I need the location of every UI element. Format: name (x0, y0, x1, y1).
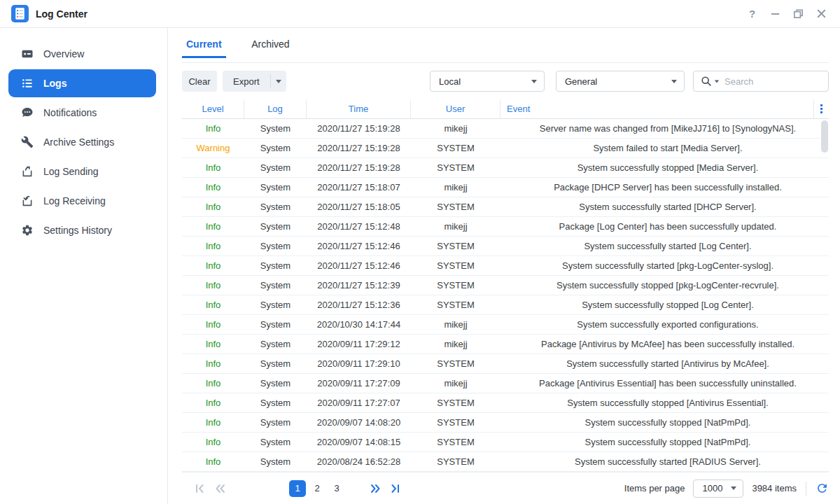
table-row[interactable]: Info System 2020/11/27 15:19:28 SYSTEM S… (182, 158, 829, 178)
page-numbers: 1 2 3 (289, 480, 345, 497)
table-row[interactable]: Info System 2020/08/24 16:52:28 SYSTEM S… (182, 452, 829, 472)
table-row[interactable]: Info System 2020/11/27 15:19:28 mikejj S… (182, 119, 829, 139)
export-button[interactable]: Export (223, 71, 270, 92)
page-button-2[interactable]: 2 (309, 480, 326, 497)
search-icon[interactable] (701, 76, 712, 87)
log-time: 2020/11/27 15:19:28 (307, 119, 411, 138)
table-row[interactable]: Info System 2020/09/11 17:27:07 SYSTEM S… (182, 393, 829, 413)
log-user: SYSTEM (411, 295, 500, 314)
first-page-icon[interactable] (194, 482, 206, 494)
log-user: SYSTEM (411, 452, 500, 471)
page-button-1[interactable]: 1 (289, 480, 306, 497)
tab-current[interactable]: Current (182, 38, 226, 58)
restore-icon[interactable] (792, 8, 804, 20)
table-body: Info System 2020/11/27 15:19:28 mikejj S… (182, 119, 829, 472)
table-row[interactable]: Warning System 2020/11/27 15:19:28 SYSTE… (182, 139, 829, 158)
table-row[interactable]: Info System 2020/11/27 15:12:46 SYSTEM S… (182, 237, 829, 256)
search-input[interactable] (724, 76, 822, 87)
log-category-select[interactable]: General (556, 71, 685, 92)
sidebar-item-notifications[interactable]: Notifications (8, 99, 156, 127)
tab-archived[interactable]: Archived (247, 38, 293, 58)
toolbar: Clear Export Local General (182, 63, 829, 99)
log-type: System (244, 158, 307, 177)
close-icon[interactable] (816, 8, 827, 20)
help-icon[interactable]: ? (746, 8, 758, 20)
log-type: System (244, 335, 307, 354)
column-header-level[interactable]: Level (182, 99, 244, 118)
log-time: 2020/11/27 15:12:46 (307, 237, 411, 255)
table-row[interactable]: Info System 2020/09/11 17:29:10 SYSTEM S… (182, 354, 829, 374)
log-user: SYSTEM (411, 276, 500, 295)
sidebar-item-logs[interactable]: Logs (8, 69, 156, 97)
next-page-icon[interactable] (369, 482, 381, 494)
log-type: System (244, 197, 307, 216)
column-header-time[interactable]: Time (307, 99, 411, 118)
log-user: mikejj (411, 119, 500, 138)
log-level: Info (182, 374, 244, 393)
log-level: Warning (182, 139, 244, 158)
table-row[interactable]: Info System 2020/11/27 15:12:46 SYSTEM S… (182, 256, 829, 276)
page-button-3[interactable]: 3 (328, 480, 345, 497)
log-level: Info (182, 354, 244, 373)
log-event: System successfully stopped [Media Serve… (500, 158, 829, 177)
table-row[interactable]: Info System 2020/11/27 15:18:05 SYSTEM S… (182, 197, 829, 217)
sidebar-item-log-receiving[interactable]: Log Receiving (8, 187, 156, 215)
log-time: 2020/11/27 15:18:05 (307, 197, 411, 216)
log-level: Info (182, 237, 244, 255)
sidebar-item-overview[interactable]: Overview (8, 40, 156, 68)
log-time: 2020/09/11 17:27:07 (307, 393, 411, 412)
table-row[interactable]: Info System 2020/09/07 14:08:15 SYSTEM S… (182, 433, 829, 452)
export-dropdown-button[interactable] (271, 71, 286, 92)
items-per-page-select[interactable]: 1000 (693, 479, 743, 498)
minimize-icon[interactable] (769, 8, 781, 20)
log-level: Info (182, 335, 244, 354)
column-header-log[interactable]: Log (244, 99, 307, 118)
table-row[interactable]: Info System 2020/09/11 17:27:09 mikejj P… (182, 374, 829, 393)
log-category-value: General (565, 76, 671, 87)
items-per-page-label: Items per page (624, 483, 685, 493)
log-event: Package [Antivirus Essential] has been s… (500, 374, 829, 393)
search-options-caret-icon[interactable] (715, 80, 719, 83)
table-row[interactable]: Info System 2020/11/27 15:18:07 mikejj P… (182, 178, 829, 197)
log-time: 2020/11/27 15:12:46 (307, 256, 411, 275)
log-type: System (244, 139, 307, 158)
table-header: Level Log Time User Event (182, 99, 829, 119)
table-row[interactable]: Info System 2020/11/27 15:12:48 mikejj P… (182, 217, 829, 237)
last-page-icon[interactable] (388, 482, 400, 494)
sidebar-item-log-sending[interactable]: Log Sending (8, 158, 156, 186)
log-user: mikejj (411, 178, 500, 197)
table-row[interactable]: Info System 2020/09/07 14:08:20 SYSTEM S… (182, 413, 829, 433)
table-row[interactable]: Info System 2020/09/11 17:29:12 mikejj P… (182, 335, 829, 354)
log-time: 2020/11/27 15:12:48 (307, 217, 411, 236)
column-header-event[interactable]: Event (500, 99, 814, 118)
sidebar: Overview Logs Notifications (0, 28, 168, 504)
refresh-icon[interactable] (815, 482, 829, 496)
log-center-window: Log Center ? Overview (0, 0, 840, 504)
log-source-select[interactable]: Local (430, 71, 545, 92)
table-row[interactable]: Info System 2020/10/30 14:17:44 mikejj S… (182, 315, 829, 335)
sidebar-item-archive-settings[interactable]: Archive Settings (8, 128, 156, 156)
table-row[interactable]: Info System 2020/11/27 15:12:36 SYSTEM S… (182, 295, 829, 315)
log-user: SYSTEM (411, 433, 500, 451)
chevron-down-icon (276, 80, 281, 83)
log-level: Info (182, 197, 244, 216)
log-event: System successfully stopped [pkg-LogCent… (500, 276, 829, 295)
column-header-user[interactable]: User (411, 99, 500, 118)
sidebar-item-settings-history[interactable]: Settings History (8, 216, 156, 244)
window-controls: ? (746, 8, 827, 20)
log-center-app-icon (11, 5, 29, 22)
previous-page-icon[interactable] (214, 482, 226, 494)
log-level: Info (182, 452, 244, 471)
log-event: System successfully started [RADIUS Serv… (500, 452, 829, 471)
log-type: System (244, 452, 307, 471)
log-time: 2020/11/27 15:19:28 (307, 158, 411, 177)
overview-icon (21, 48, 34, 60)
clear-button[interactable]: Clear (182, 71, 217, 92)
table-row[interactable]: Info System 2020/11/27 15:12:39 SYSTEM S… (182, 276, 829, 295)
log-event: System successfully exported configurati… (500, 315, 829, 334)
table-scrollbar-thumb[interactable] (821, 120, 828, 153)
log-user: mikejj (411, 374, 500, 393)
log-type: System (244, 393, 307, 412)
column-options-button[interactable] (814, 99, 829, 118)
log-user: SYSTEM (411, 393, 500, 412)
